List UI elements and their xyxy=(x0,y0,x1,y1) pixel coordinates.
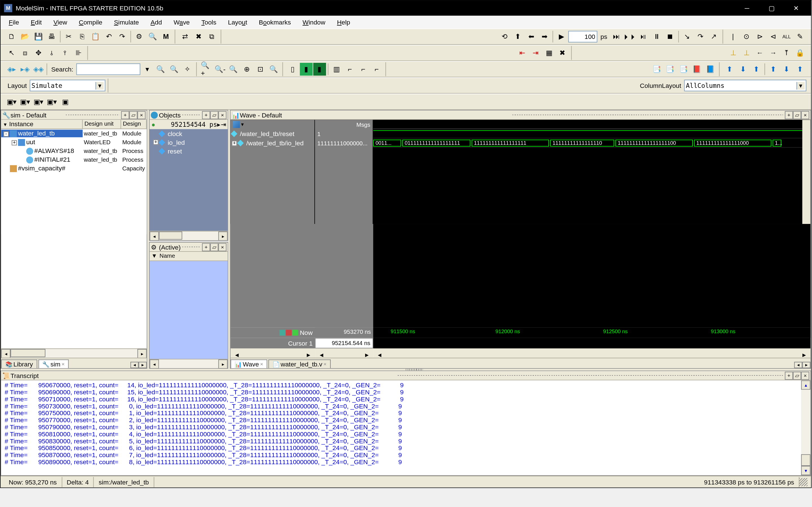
zoom-full-icon[interactable]: 🔍 xyxy=(227,63,240,75)
nav-u3-icon[interactable]: ⬆ xyxy=(767,63,779,75)
objects-row[interactable]: reset xyxy=(150,147,228,155)
panel-max-button[interactable]: ▱ xyxy=(210,111,218,119)
wave-delete-icon[interactable]: ✖ xyxy=(192,30,205,43)
expand2-icon[interactable]: ▸◈ xyxy=(18,63,31,75)
run-up-icon[interactable]: ⬆ xyxy=(511,30,524,43)
sim-col-instance[interactable]: ▼ Instance xyxy=(1,120,83,128)
wave-tab-scroll-right[interactable]: ▸ xyxy=(802,362,811,368)
panel-close-button[interactable]: × xyxy=(218,111,226,119)
wave-collapse-icon[interactable]: ⧉ xyxy=(206,30,218,43)
sim-row[interactable]: +uutWaterLEDModule xyxy=(1,138,147,147)
sim-hscroll[interactable]: ◂▸ xyxy=(1,348,147,358)
bk-3-icon[interactable]: 📑 xyxy=(677,63,690,75)
zoom-in-icon[interactable]: 🔍+ xyxy=(200,63,213,75)
menu-wave[interactable]: Wave xyxy=(168,17,196,27)
restart-icon[interactable]: ⟲ xyxy=(498,30,511,43)
maximize-button[interactable]: ▢ xyxy=(760,2,783,14)
cursor-add-icon[interactable]: ⊥ xyxy=(726,47,739,59)
menu-view[interactable]: View xyxy=(48,17,73,27)
objects-row[interactable]: +io_led xyxy=(150,138,228,147)
msg-filter-icon[interactable]: ✎ xyxy=(794,30,806,43)
trace-list-icon[interactable]: ▦ xyxy=(543,47,555,59)
cursor-del-icon[interactable]: ⊥ xyxy=(740,47,753,59)
wave-tab-scroll-left[interactable]: ◂ xyxy=(794,362,802,368)
msg-prev-icon[interactable]: ⊙ xyxy=(740,30,753,43)
search-dd-icon[interactable]: ▾ xyxy=(141,63,154,75)
layout-combo[interactable]: Simulate ▾ xyxy=(30,80,105,91)
search-opt-icon[interactable]: ✧ xyxy=(181,63,194,75)
bk-2-icon[interactable]: 📑 xyxy=(664,63,676,75)
step-into-icon[interactable]: ↘ xyxy=(680,30,693,43)
panel-add-button[interactable]: + xyxy=(202,111,210,119)
tab-source[interactable]: 📄 water_led_tb.v × xyxy=(268,359,331,368)
step-over-icon[interactable]: ↷ xyxy=(694,30,707,43)
expand1-icon[interactable]: ◈▸ xyxy=(5,63,18,75)
splitter-h[interactable] xyxy=(1,369,811,371)
undo-icon[interactable]: ↶ xyxy=(102,30,115,43)
step-fwd-icon[interactable]: ➡ xyxy=(538,30,551,43)
sim-row[interactable]: #ALWAYS#18water_led_tbProcess xyxy=(1,147,147,155)
step-back-icon[interactable]: ⬅ xyxy=(525,30,538,43)
panel-add-button[interactable]: + xyxy=(121,111,130,119)
paste-icon[interactable]: 📋 xyxy=(89,30,102,43)
save-icon[interactable]: 💾 xyxy=(32,30,45,43)
search-next-icon[interactable]: 🔍 xyxy=(168,63,181,75)
compile-icon[interactable]: ⚙ xyxy=(133,30,146,43)
print-icon[interactable]: 🖶 xyxy=(45,30,58,43)
bk-5-icon[interactable]: 📘 xyxy=(704,63,717,75)
new-icon[interactable]: 🗋 xyxy=(5,30,18,43)
menu-tools[interactable]: Tools xyxy=(196,17,222,27)
copy-icon[interactable]: ⎘ xyxy=(75,30,88,43)
panel-max-button[interactable]: ▱ xyxy=(129,111,137,119)
zoom-mode-icon[interactable]: ⧈ xyxy=(18,47,31,59)
run-all-icon[interactable]: ⏵⏵ xyxy=(624,30,637,43)
open-icon[interactable]: 📂 xyxy=(18,30,31,43)
stop-icon[interactable]: ⏹ xyxy=(664,30,676,43)
panel-max-button[interactable]: ▱ xyxy=(210,243,218,251)
step-out-icon[interactable]: ↗ xyxy=(707,30,720,43)
tab-scroll-left[interactable]: ◂ xyxy=(131,362,139,368)
sim-row[interactable]: -water_led_tbwater_led_tbModule xyxy=(1,129,147,138)
edge3-icon[interactable]: ⊪ xyxy=(72,47,85,59)
search-input[interactable] xyxy=(76,63,140,75)
sim-col-design[interactable]: Design xyxy=(121,120,147,128)
wave-vscroll[interactable] xyxy=(802,120,811,224)
cut-icon[interactable]: ✂ xyxy=(62,30,75,43)
mem-2-icon[interactable]: ▣▾ xyxy=(18,96,31,108)
cursor-lock-icon[interactable]: 🔒 xyxy=(794,47,806,59)
wf-5-icon[interactable]: ⌐ xyxy=(343,63,356,75)
zoom-out-icon[interactable]: 🔍- xyxy=(214,63,226,75)
panel-close-button[interactable]: × xyxy=(801,111,809,119)
menu-window[interactable]: Window xyxy=(297,17,331,27)
edge2-icon[interactable]: ⫯ xyxy=(59,47,71,59)
run-icon[interactable]: ▶ xyxy=(555,30,568,43)
find-icon[interactable]: 🔍 xyxy=(146,30,159,43)
mem-5-icon[interactable]: ▣ xyxy=(59,96,71,108)
mem-4-icon[interactable]: ▣▾ xyxy=(45,96,58,108)
nav-u2-icon[interactable]: ⬇ xyxy=(737,63,749,75)
menu-layout[interactable]: Layout xyxy=(222,17,253,27)
search-prev-icon[interactable]: 🔍 xyxy=(154,63,167,75)
wf-3-icon[interactable]: ▮ xyxy=(313,63,326,75)
break-icon[interactable]: ⏸ xyxy=(651,30,663,43)
minimize-button[interactable]: ─ xyxy=(735,2,759,14)
menu-bookmarks[interactable]: Bookmarks xyxy=(253,17,297,27)
menu-edit[interactable]: Edit xyxy=(25,17,47,27)
panel-max-button[interactable]: ▱ xyxy=(793,111,801,119)
msg-all-icon[interactable]: ALL xyxy=(780,30,793,43)
msg-next-icon[interactable]: ⊳ xyxy=(753,30,766,43)
panel-close-button[interactable]: × xyxy=(137,111,146,119)
panel-add-button[interactable]: + xyxy=(785,111,793,119)
wave-plot[interactable]: 0011...011111111111111111111111111111111… xyxy=(373,120,811,224)
zoom-other-icon[interactable]: 🔍 xyxy=(267,63,280,75)
nav-u1-icon[interactable]: ⬆ xyxy=(723,63,736,75)
bk-1-icon[interactable]: 📑 xyxy=(651,63,663,75)
tab-sim[interactable]: 🔧 sim × xyxy=(38,359,69,368)
panel-close-button[interactable]: × xyxy=(218,243,226,251)
wf-7-icon[interactable]: ⌐ xyxy=(370,63,383,75)
cursor-link-icon[interactable]: ⇄ xyxy=(179,30,192,43)
edge1-icon[interactable]: ⫰ xyxy=(45,47,58,59)
cursor-goto-icon[interactable]: ⤒ xyxy=(780,47,793,59)
wf-1-icon[interactable]: ▯ xyxy=(287,63,299,75)
redo-icon[interactable]: ↷ xyxy=(116,30,129,43)
